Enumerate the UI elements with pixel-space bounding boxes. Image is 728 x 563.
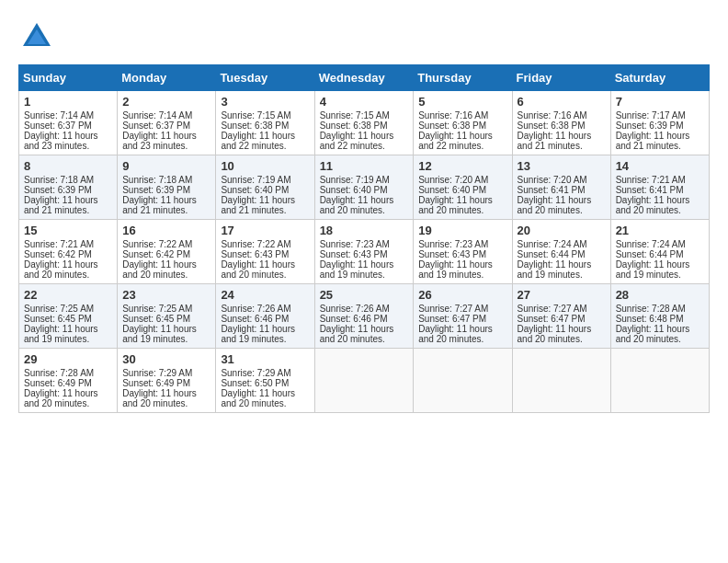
calendar-row: 15Sunrise: 7:21 AMSunset: 6:42 PMDayligh… — [19, 220, 710, 284]
sunrise-text: Sunrise: 7:24 AM — [616, 239, 686, 249]
table-row: 3Sunrise: 7:15 AMSunset: 6:38 PMDaylight… — [216, 91, 314, 155]
day-number: 31 — [221, 352, 309, 366]
table-row: 6Sunrise: 7:16 AMSunset: 6:38 PMDaylight… — [512, 91, 610, 155]
sunrise-text: Sunrise: 7:21 AM — [24, 239, 94, 249]
sunset-text: Sunset: 6:45 PM — [122, 314, 190, 324]
table-row: 8Sunrise: 7:18 AMSunset: 6:39 PMDaylight… — [19, 155, 118, 220]
daylight-label: Daylight: 11 hours and 22 minutes. — [418, 131, 493, 151]
daylight-label: Daylight: 11 hours and 21 minutes. — [518, 131, 592, 151]
sunset-text: Sunset: 6:38 PM — [418, 121, 486, 131]
col-saturday: Saturday — [610, 65, 709, 91]
day-number: 16 — [122, 224, 210, 237]
calendar-row: 22Sunrise: 7:25 AMSunset: 6:45 PMDayligh… — [19, 284, 710, 349]
table-row: 26Sunrise: 7:27 AMSunset: 6:47 PMDayligh… — [414, 284, 512, 349]
table-row: 25Sunrise: 7:26 AMSunset: 6:46 PMDayligh… — [314, 284, 414, 349]
table-row: 12Sunrise: 7:20 AMSunset: 6:40 PMDayligh… — [414, 155, 512, 220]
col-monday: Monday — [118, 65, 216, 91]
daylight-label: Daylight: 11 hours and 19 minutes. — [616, 259, 690, 280]
sunrise-text: Sunrise: 7:22 AM — [122, 239, 192, 249]
day-number: 13 — [518, 159, 606, 173]
col-tuesday: Tuesday — [216, 65, 314, 91]
sunset-text: Sunset: 6:40 PM — [418, 185, 486, 195]
daylight-label: Daylight: 11 hours and 19 minutes. — [418, 259, 493, 280]
table-row: 13Sunrise: 7:20 AMSunset: 6:41 PMDayligh… — [512, 155, 610, 220]
day-number: 18 — [320, 224, 409, 237]
sunrise-text: Sunrise: 7:20 AM — [418, 175, 488, 185]
sunrise-text: Sunrise: 7:20 AM — [518, 175, 587, 185]
sunrise-text: Sunrise: 7:27 AM — [418, 304, 488, 314]
daylight-label: Daylight: 11 hours and 20 minutes. — [616, 195, 690, 215]
table-row: 11Sunrise: 7:19 AMSunset: 6:40 PMDayligh… — [314, 155, 414, 220]
daylight-label: Daylight: 11 hours and 20 minutes. — [221, 388, 295, 408]
daylight-label: Daylight: 11 hours and 19 minutes. — [221, 324, 295, 344]
sunrise-text: Sunrise: 7:16 AM — [518, 110, 587, 121]
sunrise-text: Sunrise: 7:22 AM — [221, 239, 290, 249]
table-row: 7Sunrise: 7:17 AMSunset: 6:39 PMDaylight… — [610, 91, 709, 155]
day-number: 4 — [320, 95, 409, 109]
day-number: 15 — [24, 224, 112, 237]
sunrise-text: Sunrise: 7:16 AM — [418, 110, 488, 121]
sunrise-text: Sunrise: 7:24 AM — [518, 239, 587, 249]
day-number: 8 — [24, 159, 112, 173]
day-number: 3 — [221, 95, 309, 109]
day-number: 12 — [418, 159, 506, 173]
sunrise-text: Sunrise: 7:23 AM — [418, 239, 488, 249]
day-number: 2 — [122, 95, 210, 109]
sunset-text: Sunset: 6:47 PM — [418, 314, 486, 324]
day-number: 17 — [221, 224, 309, 237]
sunset-text: Sunset: 6:43 PM — [418, 249, 486, 259]
table-row: 9Sunrise: 7:18 AMSunset: 6:39 PMDaylight… — [118, 155, 216, 220]
table-row: 29Sunrise: 7:28 AMSunset: 6:49 PMDayligh… — [19, 349, 118, 413]
daylight-label: Daylight: 11 hours and 20 minutes. — [418, 324, 493, 344]
table-row — [512, 349, 610, 413]
table-row: 5Sunrise: 7:16 AMSunset: 6:38 PMDaylight… — [414, 91, 512, 155]
day-number: 14 — [616, 159, 704, 173]
daylight-label: Daylight: 11 hours and 20 minutes. — [518, 324, 592, 344]
sunrise-text: Sunrise: 7:18 AM — [24, 175, 94, 185]
sunset-text: Sunset: 6:39 PM — [122, 185, 190, 195]
table-row: 2Sunrise: 7:14 AMSunset: 6:37 PMDaylight… — [118, 91, 216, 155]
table-row: 21Sunrise: 7:24 AMSunset: 6:44 PMDayligh… — [610, 220, 709, 284]
daylight-label: Daylight: 11 hours and 20 minutes. — [320, 195, 394, 215]
sunrise-text: Sunrise: 7:23 AM — [320, 239, 390, 249]
col-sunday: Sunday — [19, 65, 118, 91]
sunrise-text: Sunrise: 7:26 AM — [320, 304, 390, 314]
sunset-text: Sunset: 6:40 PM — [221, 185, 289, 195]
daylight-label: Daylight: 11 hours and 22 minutes. — [320, 131, 394, 151]
logo — [18, 18, 59, 55]
daylight-label: Daylight: 11 hours and 20 minutes. — [616, 324, 690, 344]
col-wednesday: Wednesday — [314, 65, 414, 91]
sunset-text: Sunset: 6:38 PM — [320, 121, 388, 131]
sunrise-text: Sunrise: 7:15 AM — [320, 110, 390, 121]
day-number: 19 — [418, 224, 506, 237]
sunrise-text: Sunrise: 7:21 AM — [616, 175, 686, 185]
sunset-text: Sunset: 6:44 PM — [616, 249, 684, 259]
sunrise-text: Sunrise: 7:28 AM — [616, 304, 686, 314]
sunset-text: Sunset: 6:46 PM — [221, 314, 289, 324]
sunset-text: Sunset: 6:45 PM — [24, 314, 92, 324]
sunrise-text: Sunrise: 7:17 AM — [616, 110, 686, 121]
sunrise-text: Sunrise: 7:25 AM — [122, 304, 192, 314]
table-row: 10Sunrise: 7:19 AMSunset: 6:40 PMDayligh… — [216, 155, 314, 220]
table-row: 31Sunrise: 7:29 AMSunset: 6:50 PMDayligh… — [216, 349, 314, 413]
day-number: 21 — [616, 224, 704, 237]
daylight-label: Daylight: 11 hours and 20 minutes. — [320, 324, 394, 344]
table-row — [414, 349, 512, 413]
col-thursday: Thursday — [414, 65, 512, 91]
daylight-label: Daylight: 11 hours and 20 minutes. — [24, 388, 98, 408]
sunrise-text: Sunrise: 7:27 AM — [518, 304, 587, 314]
day-number: 5 — [418, 95, 506, 109]
sunrise-text: Sunrise: 7:18 AM — [122, 175, 192, 185]
sunset-text: Sunset: 6:41 PM — [518, 185, 586, 195]
calendar-table: Sunday Monday Tuesday Wednesday Thursday… — [18, 64, 710, 413]
daylight-label: Daylight: 11 hours and 21 minutes. — [122, 195, 197, 215]
day-number: 11 — [320, 159, 409, 173]
sunset-text: Sunset: 6:37 PM — [24, 121, 92, 131]
sunrise-text: Sunrise: 7:29 AM — [221, 368, 290, 378]
daylight-label: Daylight: 11 hours and 19 minutes. — [24, 324, 98, 344]
sunrise-text: Sunrise: 7:14 AM — [122, 110, 192, 121]
table-row: 28Sunrise: 7:28 AMSunset: 6:48 PMDayligh… — [610, 284, 709, 349]
sunrise-text: Sunrise: 7:14 AM — [24, 110, 94, 121]
day-number: 10 — [221, 159, 309, 173]
daylight-label: Daylight: 11 hours and 23 minutes. — [122, 131, 197, 151]
